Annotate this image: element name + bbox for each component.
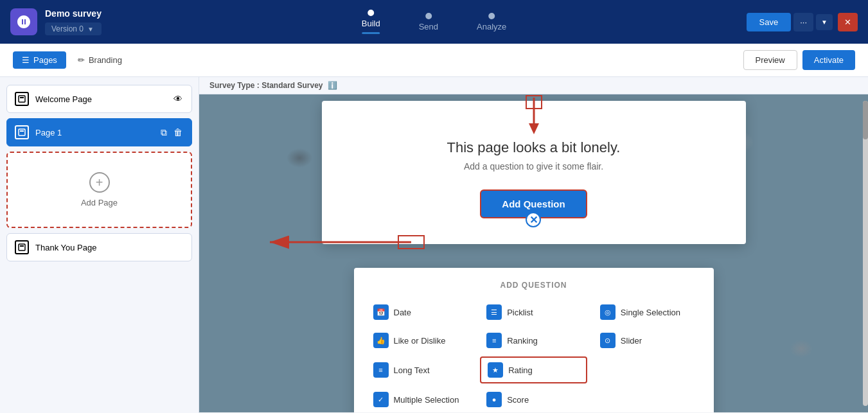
- close-button[interactable]: ✕: [838, 13, 858, 31]
- question-type-date[interactable]: 📅 Date: [367, 300, 474, 324]
- pages-icon: ☰: [22, 55, 30, 65]
- question-type-ranking[interactable]: ≡ Ranking: [480, 328, 587, 353]
- version-selector[interactable]: Version 0 ▼: [45, 22, 102, 35]
- sub-nav-right-actions: Preview Activate: [743, 50, 856, 70]
- question-type-rating[interactable]: ★ Rating: [480, 356, 587, 383]
- main-canvas: Survey Type : Standard Survey ℹ️ This pa…: [199, 77, 868, 413]
- long-text-label: Long Text: [394, 365, 430, 375]
- long-text-icon: ≡: [373, 362, 389, 378]
- top-navigation: Demo survey Version 0 ▼ Build Send Analy…: [0, 0, 868, 44]
- survey-type-bar: Survey Type : Standard Survey ℹ️: [199, 77, 868, 94]
- add-page-label: Add Page: [81, 198, 118, 207]
- rating-icon: ★: [488, 362, 503, 378]
- welcome-page-actions: 👁: [172, 92, 184, 105]
- add-question-close-icon[interactable]: ✕: [526, 212, 541, 227]
- tab-build[interactable]: Build: [362, 10, 380, 34]
- lonely-title: This page looks a bit lonely.: [348, 139, 720, 156]
- question-type-picklist[interactable]: ☰ Picklist: [480, 300, 587, 324]
- welcome-page-label: Welcome Page: [35, 94, 166, 104]
- pages-tab-label: Pages: [33, 55, 57, 65]
- picklist-icon: ☰: [486, 304, 502, 320]
- delete-button[interactable]: 🗑: [172, 126, 184, 139]
- sub-navigation: ☰ Pages ✏ Branding Preview Activate: [0, 44, 868, 77]
- sidebar-item-welcome[interactable]: Welcome Page 👁: [6, 85, 192, 113]
- tab-dot: [368, 10, 374, 16]
- survey-card: This page looks a bit lonely. Add a ques…: [322, 101, 746, 244]
- scrollbar-track[interactable]: [863, 101, 868, 406]
- question-type-like-dislike[interactable]: 👍 Like or Dislike: [367, 328, 474, 353]
- like-dislike-icon: 👍: [373, 333, 389, 348]
- tab-analyze[interactable]: Analyze: [477, 13, 506, 31]
- single-selection-icon: ◎: [600, 304, 616, 320]
- qt-spacer2: [594, 387, 701, 412]
- question-type-slider[interactable]: ⊙ Slider: [594, 328, 701, 353]
- qt-spacer: [594, 356, 701, 383]
- app-logo: [10, 8, 37, 35]
- canvas-background: This page looks a bit lonely. Add a ques…: [199, 94, 868, 412]
- eye-icon-button[interactable]: 👁: [172, 92, 184, 105]
- score-icon: ●: [486, 392, 502, 407]
- question-type-long-text[interactable]: ≡ Long Text: [367, 356, 474, 383]
- multiple-selection-label: Multiple Selection: [394, 395, 459, 405]
- app-title: Demo survey: [45, 8, 102, 19]
- sidebar-item-page1[interactable]: Page 1 ⧉ 🗑: [6, 118, 192, 146]
- tab-send[interactable]: Send: [419, 13, 438, 31]
- page1-actions: ⧉ 🗑: [159, 126, 184, 139]
- svg-rect-5: [20, 245, 24, 247]
- down-arrow-annotation: [515, 94, 553, 139]
- svg-rect-4: [19, 244, 25, 250]
- main-layout: Welcome Page 👁 Page 1 ⧉ 🗑 + Add Page: [0, 77, 868, 413]
- activate-button[interactable]: Activate: [802, 50, 855, 70]
- tab-dot: [488, 13, 495, 19]
- copy-button[interactable]: ⧉: [159, 126, 168, 139]
- svg-rect-0: [19, 96, 25, 102]
- main-tabs: Build Send Analyze: [362, 10, 507, 34]
- question-type-score[interactable]: ● Score: [480, 387, 587, 412]
- pages-tab-button[interactable]: ☰ Pages: [13, 51, 66, 69]
- picklist-label: Picklist: [507, 308, 533, 317]
- sidebar: Welcome Page 👁 Page 1 ⧉ 🗑 + Add Page: [0, 77, 199, 413]
- branding-tab-label: Branding: [89, 55, 122, 65]
- date-label: Date: [394, 308, 411, 317]
- tab-send-label: Send: [419, 22, 438, 31]
- slider-label: Slider: [621, 336, 642, 346]
- branding-tab-button[interactable]: ✏ Branding: [69, 51, 131, 69]
- tab-analyze-label: Analyze: [477, 22, 506, 31]
- score-label: Score: [507, 395, 529, 405]
- like-dislike-label: Like or Dislike: [394, 336, 446, 346]
- add-question-panel: ADD QUESTION 📅 Date ☰ Picklist ◎ Single …: [354, 268, 714, 412]
- scrollbar-thumb[interactable]: [863, 101, 868, 139]
- survey-type-prefix: Survey Type :: [209, 81, 261, 90]
- tab-dot: [425, 13, 432, 19]
- add-page-button[interactable]: + Add Page: [6, 152, 192, 228]
- question-types-grid: 📅 Date ☰ Picklist ◎ Single Selection 👍 L…: [367, 300, 701, 412]
- dropdown-chevron-button[interactable]: ▼: [816, 14, 833, 30]
- question-type-multiple-selection[interactable]: ✓ Multiple Selection: [367, 387, 474, 412]
- lonely-subtitle: Add a question to give it some flair.: [348, 161, 720, 171]
- more-button[interactable]: ···: [793, 13, 813, 31]
- tab-build-label: Build: [362, 19, 380, 28]
- svg-rect-3: [20, 130, 24, 132]
- question-type-single-selection[interactable]: ◎ Single Selection: [594, 300, 701, 324]
- sidebar-item-thankyou[interactable]: Thank You Page: [6, 233, 192, 261]
- ranking-label: Ranking: [507, 336, 538, 346]
- tab-underline: [362, 32, 380, 34]
- branding-icon: ✏: [78, 55, 85, 65]
- date-icon: 📅: [373, 304, 389, 320]
- thankyou-page-label: Thank You Page: [35, 243, 184, 252]
- version-label: Version 0: [51, 24, 84, 33]
- rating-label: Rating: [508, 365, 533, 375]
- page-icon: [15, 125, 29, 139]
- slider-icon: ⊙: [600, 333, 616, 348]
- info-icon: ℹ️: [328, 81, 337, 90]
- version-chevron-icon: ▼: [87, 26, 94, 33]
- save-button[interactable]: Save: [747, 13, 792, 31]
- nav-actions: Save ··· ▼ ✕: [747, 13, 858, 31]
- preview-button[interactable]: Preview: [743, 50, 797, 70]
- multiple-selection-icon: ✓: [373, 392, 389, 407]
- page-icon: [15, 92, 29, 106]
- survey-type-name: Standard Survey: [261, 81, 323, 90]
- add-question-panel-header: ADD QUESTION: [367, 281, 701, 290]
- ranking-icon: ≡: [486, 333, 502, 348]
- page-icon: [15, 240, 29, 254]
